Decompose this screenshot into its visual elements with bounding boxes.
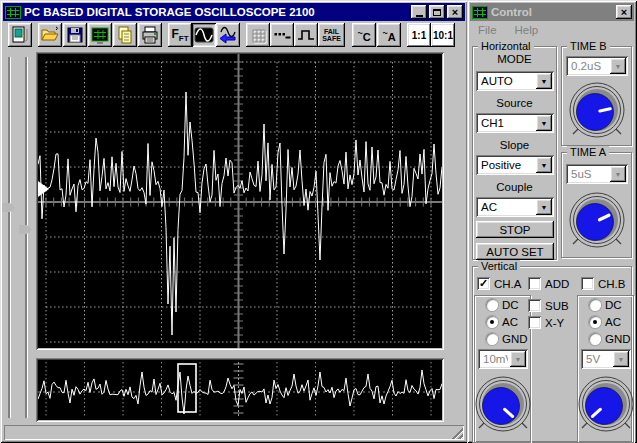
fail-safe-button[interactable]: FAILSAFE [318,23,345,47]
couple-label: Couple [473,181,556,193]
cha-checkbox[interactable]: ✓ CH.A [477,277,521,290]
grid-toggle-button[interactable] [246,23,270,47]
dropdown-arrow-icon: ▼ [610,58,626,74]
dropdown-arrow-icon[interactable]: ▼ [536,157,552,173]
time-b-knob[interactable] [568,81,626,139]
position-slider-a-thumb[interactable] [2,203,15,212]
overview-waveform[interactable] [38,360,442,420]
position-slider-a-track[interactable] [8,57,10,418]
chb-gnd-radio[interactable]: GND [589,333,631,345]
overview-display [36,358,444,422]
auto-set-button[interactable]: AUTO SET [476,243,554,260]
checkbox[interactable]: ✓ [528,277,541,290]
checkbox[interactable]: ✓ [528,316,541,329]
resize-grip[interactable] [451,427,463,439]
time-a-select: 5uS ▼ [566,164,628,184]
dropdown-arrow-icon: ▼ [510,351,526,367]
menu-file[interactable]: File [478,24,497,36]
dropdown-arrow-icon[interactable]: ▼ [536,73,552,89]
chb-gain-knob[interactable] [577,375,635,433]
chb-range-select: 5V ▼ [581,349,631,369]
print-button[interactable] [138,23,162,47]
open-button[interactable] [38,23,62,47]
time-b-select: 0.2uS ▼ [566,56,628,76]
checkbox[interactable]: ✓ [528,299,541,312]
checkbox[interactable]: ✓ [581,277,594,290]
source-select[interactable]: CH1 ▼ [476,113,554,133]
time-b-group: TIME B 0.2uS ▼ [561,46,632,146]
trigger-a-button[interactable]: ~A [377,23,401,47]
time-a-knob[interactable] [568,191,626,249]
maximize-button[interactable] [429,5,445,19]
oscilloscope-window: PC BASED DIGITAL STORAGE OSCILLOSCOPE 21… [0,0,468,443]
control-titlebar[interactable]: Control × [470,3,634,21]
cha-ac-radio[interactable]: AC [486,316,518,328]
menu-help[interactable]: Help [515,24,539,36]
screen: PC BASED DIGITAL STORAGE OSCILLOSCOPE 21… [0,0,637,443]
square-wave-button[interactable] [294,23,318,47]
copy-icon [115,25,135,45]
vertical-group-title: Vertical [478,260,520,273]
position-slider-b-track[interactable] [25,57,27,418]
source-label: Source [473,97,556,109]
mode-label: MODE [473,53,556,65]
time-b-group-title: TIME B [567,40,610,53]
main-waveform [38,54,442,348]
dots-mode-button[interactable] [270,23,294,47]
fft-button[interactable]: FFT [168,23,192,47]
minimize-button[interactable] [411,5,427,19]
close-icon: × [452,7,458,18]
dropdown-arrow-icon: ▼ [610,166,626,182]
exit-button[interactable] [8,23,32,47]
close-button[interactable]: × [447,5,463,19]
cha-gain-knob[interactable] [474,375,532,433]
trigger-c-button[interactable]: ~C [352,23,376,47]
time-a-group: TIME A 5uS ▼ [561,152,632,258]
sine-display-icon [194,25,214,45]
check-icon: ✓ [479,277,488,290]
mode-select[interactable]: AUTO ▼ [476,71,554,91]
dropdown-arrow-icon: ▼ [613,351,629,367]
probe-10-1-button[interactable]: 10:1 [431,23,455,47]
xy-checkbox[interactable]: ✓ X-Y [528,316,564,329]
stop-button[interactable]: STOP [476,221,554,238]
exit-icon [10,25,30,45]
copy-button[interactable] [113,23,137,47]
probe-1-1-button[interactable]: 1:1 [407,23,431,47]
recall-wave-button[interactable] [216,23,240,47]
save-icon [65,25,85,45]
control-icon[interactable] [472,5,488,19]
snapshot-button[interactable] [88,23,112,47]
cha-dc-radio[interactable]: DC [486,299,519,311]
open-icon [40,25,60,45]
fft-icon: FFT [171,27,188,43]
save-button[interactable] [63,23,87,47]
horizontal-group-title: Horizontal [478,40,534,53]
window-title: PC BASED DIGITAL STORAGE OSCILLOSCOPE 21… [24,6,409,18]
cha-range-select: 10mV ▼ [478,349,528,369]
cha-gnd-radio[interactable]: GND [486,333,528,345]
chb-dc-radio[interactable]: DC [589,299,622,311]
dropdown-arrow-icon[interactable]: ▼ [536,199,552,215]
status-bar [4,425,464,440]
control-close-button[interactable]: × [616,5,632,19]
chb-ac-radio[interactable]: AC [589,316,621,328]
probe-ratio-label: 1:1 [412,30,426,41]
app-icon[interactable] [5,5,21,19]
screen-icon [90,25,110,45]
main-display [36,52,444,350]
print-icon [140,25,160,45]
checkbox[interactable]: ✓ [477,277,490,290]
add-checkbox[interactable]: ✓ ADD [528,277,569,290]
minimize-icon [416,15,423,17]
time-a-group-title: TIME A [567,146,609,159]
dots-icon [272,25,292,45]
display-mode-button[interactable] [192,23,216,47]
main-titlebar[interactable]: PC BASED DIGITAL STORAGE OSCILLOSCOPE 21… [3,3,465,21]
couple-select[interactable]: AC ▼ [476,197,554,217]
dropdown-arrow-icon[interactable]: ▼ [536,115,552,131]
chb-checkbox[interactable]: ✓ CH.B [581,277,625,290]
slope-select[interactable]: Positive ▼ [476,155,554,175]
sub-checkbox[interactable]: ✓ SUB [528,299,569,312]
position-slider-b-thumb[interactable] [19,225,32,234]
